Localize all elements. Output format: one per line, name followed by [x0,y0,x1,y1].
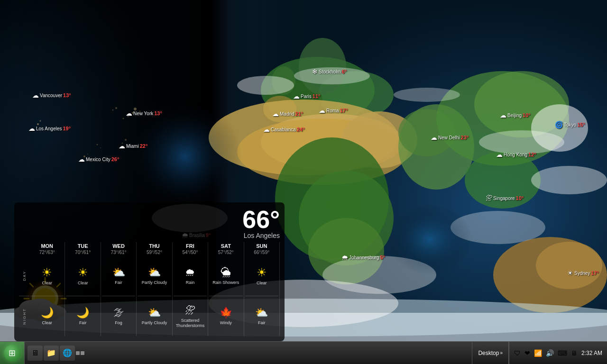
day-temps: 73°/61° [102,250,135,255]
day-temps: 54°/50° [174,250,207,255]
taskbar: ⊞ 🖥 📁 🌐 Desktop » 🛡 ❤ 📶 🔊 ⌨ 🖥 2:32 AM [0,341,607,364]
day-name: THU [138,243,171,249]
current-temperature: 66° [242,207,280,232]
taskbar-icon-monitor[interactable]: 🖥 [28,346,43,361]
night-weather: 🌫 Fog [102,297,135,335]
svg-point-42 [294,67,370,84]
day-weather: ⛅ Partly Cloudy [138,257,171,295]
day-condition: Partly Cloudy [142,280,167,285]
svg-point-22 [299,38,346,95]
desktop-chevron-icon: » [500,350,503,355]
forecast-day-wed: WED 73°/61° ⛅ Fair 🌫 Fog [101,242,137,336]
night-condition: Partly Cloudy [142,320,167,326]
current-city: Los Angeles [242,232,280,239]
day-condition: Rain [186,280,195,285]
tray-shield-icon: 🛡 [514,349,521,357]
day-name: MON [30,243,64,249]
day-weather: 🌧 Rain [174,257,207,295]
day-weather: ☀ Clear [245,257,278,295]
day-temps: 66°/59° [245,250,278,255]
quick-launch-icons: 🖥 📁 🌐 [25,342,88,364]
night-condition: Fair [79,320,87,326]
svg-point-50 [531,104,588,152]
night-weather: 🌙 Clear [30,297,64,335]
svg-point-38 [536,242,602,289]
night-condition: Windy [220,320,232,326]
clock-time: 2:32 AM [581,350,602,356]
desktop-label: Desktop [478,350,499,356]
night-weather: ⛈ Scattered Thunderstorms [174,297,207,335]
day-condition: Rain Showers [212,280,239,285]
night-condition: Fair [258,320,266,326]
night-weather: 🌙 Fair [66,297,99,335]
tray-network-icon: 📶 [534,349,542,357]
night-weather: ⛅ Fair [245,297,278,335]
day-weather: 🌦 Rain Showers [209,257,242,295]
system-tray: 🛡 ❤ 📶 🔊 ⌨ 🖥 2:32 AM [509,342,607,364]
tray-volume-icon[interactable]: 🔊 [546,349,554,357]
forecast-day-mon: MON 72°/63° ☀ Clear 🌙 Clear [29,242,65,336]
day-temps: 72°/63° [30,250,64,255]
start-orb[interactable]: ⊞ [4,345,21,362]
day-name: SAT [209,243,242,249]
day-temps: 57°/52° [209,250,242,255]
day-name: WED [102,243,135,249]
night-weather: 🍁 Windy [209,297,242,335]
weather-widget: 66° Los Angeles DAY NIGHT MON 72°/63° ☀ … [14,202,285,341]
forecast-day-sun: SUN 66°/59° ☀ Clear ⛅ Fair [244,242,280,336]
forecast-day-tue: TUE 70°/61° ☀ Clear 🌙 Fair [65,242,101,336]
forecast-day-fri: FRI 54°/50° 🌧 Rain ⛈ Scattered Thunderst… [173,242,208,336]
day-temps: 59°/52° [138,250,171,255]
tray-monitor-icon2: 🖥 [571,349,578,357]
forecast-days: MON 72°/63° ☀ Clear 🌙 Clear TUE 70°/61° … [29,242,280,336]
day-weather: ☀ Clear [66,257,99,295]
day-name: TUE [66,243,99,249]
day-label: DAY [22,271,27,281]
svg-point-43 [394,88,460,102]
night-condition: Fog [115,320,122,326]
night-label: NIGHT [22,308,27,325]
forecast-section: DAY NIGHT MON 72°/63° ☀ Clear 🌙 Clear TU… [19,242,280,337]
svg-point-52 [327,147,498,289]
night-weather: ⛅ Partly Cloudy [138,297,171,335]
taskbar-extra [76,351,85,355]
desktop-button[interactable]: Desktop » [472,342,509,364]
day-condition: Clear [78,281,88,286]
forecast-day-thu: THU 59°/52° ⛅ Partly Cloudy ⛅ Partly Clo… [137,242,172,336]
day-temps: 70°/61° [66,250,99,255]
system-clock: 2:32 AM [581,350,602,356]
forecast-day-sat: SAT 57°/52° 🌦 Rain Showers 🍁 Windy [208,242,244,336]
tray-heart-icon: ❤ [524,349,530,357]
taskbar-icon-browser[interactable]: 🌐 [60,346,75,361]
day-condition: Clear [257,281,267,286]
day-name: FRI [174,243,207,249]
taskbar-icon-folder[interactable]: 📁 [44,346,59,361]
tray-keyboard-icon: ⌨ [558,349,567,357]
day-condition: Clear [42,281,52,286]
night-condition: Clear [42,320,52,326]
start-button[interactable]: ⊞ [0,342,25,364]
day-weather: ⛅ Fair [102,257,135,295]
svg-point-45 [531,166,607,194]
day-weather: ☀ Clear [30,257,64,295]
day-condition: Fair [115,280,122,285]
day-name: SUN [245,243,278,249]
night-condition: Scattered Thunderstorms [174,318,207,328]
